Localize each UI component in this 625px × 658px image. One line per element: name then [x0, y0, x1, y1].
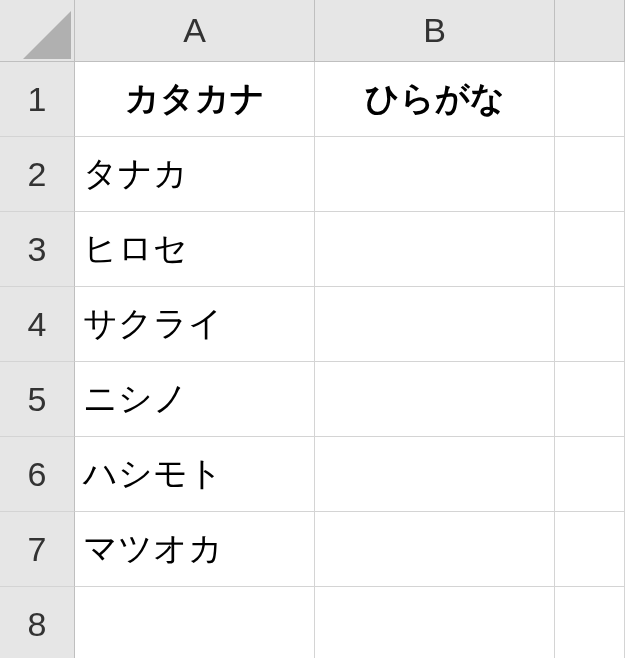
select-all-corner[interactable]: [0, 0, 75, 62]
cell-C4[interactable]: [555, 287, 625, 362]
row-header-7[interactable]: 7: [0, 512, 75, 587]
row-header-2[interactable]: 2: [0, 137, 75, 212]
col-header-A[interactable]: A: [75, 0, 315, 62]
cell-A8[interactable]: [75, 587, 315, 658]
cell-B5[interactable]: [315, 362, 555, 437]
cell-B8[interactable]: [315, 587, 555, 658]
select-all-triangle-icon: [23, 11, 71, 59]
cell-C2[interactable]: [555, 137, 625, 212]
cell-C3[interactable]: [555, 212, 625, 287]
cell-C5[interactable]: [555, 362, 625, 437]
cell-C7[interactable]: [555, 512, 625, 587]
cell-B6[interactable]: [315, 437, 555, 512]
cell-C8[interactable]: [555, 587, 625, 658]
cell-A6[interactable]: ハシモト: [75, 437, 315, 512]
cell-B2[interactable]: [315, 137, 555, 212]
row-header-3[interactable]: 3: [0, 212, 75, 287]
cell-B4[interactable]: [315, 287, 555, 362]
cell-B1[interactable]: ひらがな: [315, 62, 555, 137]
row-header-8[interactable]: 8: [0, 587, 75, 658]
row-header-5[interactable]: 5: [0, 362, 75, 437]
cell-A2[interactable]: タナカ: [75, 137, 315, 212]
cell-B7[interactable]: [315, 512, 555, 587]
row-header-6[interactable]: 6: [0, 437, 75, 512]
col-header-B[interactable]: B: [315, 0, 555, 62]
row-header-4[interactable]: 4: [0, 287, 75, 362]
cell-A4[interactable]: サクライ: [75, 287, 315, 362]
cell-C6[interactable]: [555, 437, 625, 512]
spreadsheet-grid[interactable]: A B 1 カタカナ ひらがな 2 タナカ 3 ヒロセ 4 サクライ 5 ニシノ…: [0, 0, 625, 658]
col-header-C[interactable]: [555, 0, 625, 62]
cell-A3[interactable]: ヒロセ: [75, 212, 315, 287]
cell-C1[interactable]: [555, 62, 625, 137]
cell-B3[interactable]: [315, 212, 555, 287]
cell-A7[interactable]: マツオカ: [75, 512, 315, 587]
row-header-1[interactable]: 1: [0, 62, 75, 137]
cell-A5[interactable]: ニシノ: [75, 362, 315, 437]
cell-A1[interactable]: カタカナ: [75, 62, 315, 137]
